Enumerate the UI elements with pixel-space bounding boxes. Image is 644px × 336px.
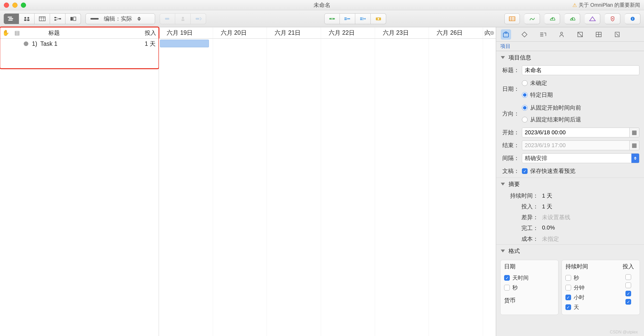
summary-section-header[interactable]: 摘要	[496, 178, 644, 190]
document-label: 文稿：	[501, 167, 519, 175]
task-index: 1)	[32, 40, 37, 47]
date-format-box: 日期 ✓天时间 秒 货币	[500, 260, 558, 315]
daytime-checkbox[interactable]: ✓天时间	[504, 273, 555, 283]
change-tracking-button[interactable]	[585, 13, 600, 24]
task-inspector-tab[interactable]	[538, 29, 548, 40]
styles-view-button[interactable]	[65, 13, 81, 24]
zoom-out-icon[interactable]: ⊖	[484, 30, 489, 36]
resource-inspector-tab[interactable]	[556, 29, 567, 40]
sync-button[interactable]	[565, 13, 580, 24]
gantt-body[interactable]	[159, 39, 496, 336]
svg-rect-21	[196, 18, 199, 20]
custom-data-inspector-tab[interactable]	[594, 29, 604, 40]
task-rows: 1) Task 1 1 天	[0, 39, 159, 336]
format-section-header[interactable]: 格式	[496, 244, 644, 257]
view-mode-group	[4, 13, 81, 24]
svg-rect-30	[360, 19, 362, 20]
direction-backward-radio[interactable]: 从固定结束时间后退	[522, 115, 581, 125]
gantt-day-header[interactable]: 六月 19日	[159, 27, 213, 38]
effort-column-header[interactable]: 投入	[135, 29, 159, 37]
toolbar: 编辑：实际 i	[0, 10, 644, 27]
add-task-button[interactable]	[160, 13, 175, 24]
level-button[interactable]	[324, 13, 340, 24]
svg-point-3	[24, 17, 26, 19]
end-calendar-button[interactable]: ▦	[630, 140, 639, 150]
gantt-day-header[interactable]: 六月 22日	[321, 27, 375, 38]
reschedule-button[interactable]	[340, 13, 355, 24]
edit-mode-control[interactable]: 编辑：实际	[86, 13, 155, 24]
gantt-task-bar[interactable]	[160, 40, 209, 47]
effort-min-check[interactable]	[625, 281, 631, 289]
end-label: 结束：	[501, 142, 519, 149]
task-bullet-icon	[24, 41, 28, 46]
gantt-day-header[interactable]: 六月 26日	[429, 27, 483, 38]
traffic-lights	[4, 3, 26, 8]
calendar-view-button[interactable]	[35, 13, 50, 24]
gantt-pane: 六月 19日 六月 20日 六月 21日 六月 22日 六月 23日 六月 26…	[159, 27, 496, 336]
outline-pane: ✋ ▤ 标题 投入 1) Task 1 1 天	[0, 27, 159, 336]
project-info-section-header[interactable]: 项目信息	[496, 51, 644, 64]
task-row[interactable]: 1) Task 1 1 天	[0, 39, 159, 49]
start-date-input[interactable]	[522, 128, 630, 137]
minimize-window-button[interactable]	[12, 3, 18, 8]
svg-rect-12	[54, 19, 56, 21]
network-view-button[interactable]	[50, 13, 65, 24]
milestones-inspector-tab[interactable]	[519, 29, 530, 40]
date-specific-radio[interactable]: 特定日期	[522, 90, 553, 100]
svg-rect-5	[24, 19, 26, 21]
unit-hour-row[interactable]: ✓小时	[565, 293, 621, 302]
gantt-day-header[interactable]: 六月 20日	[213, 27, 267, 38]
gantt-day-header[interactable]: 六月 23日	[375, 27, 429, 38]
seconds-checkbox[interactable]: 秒	[504, 283, 555, 293]
end-row: 结束： ▦	[496, 139, 644, 152]
news-notice[interactable]: ⚠ 关于 OmniPlan 的重要新闻	[572, 2, 640, 8]
end-date-input	[522, 140, 630, 150]
direction-forward-radio[interactable]: 从固定开始时间向前	[522, 103, 581, 113]
title-column-header[interactable]: 标题	[23, 29, 135, 37]
effort-sec-check[interactable]	[625, 273, 631, 281]
zoom-window-button[interactable]	[21, 3, 26, 8]
title-input[interactable]	[522, 65, 639, 75]
add-milestone-button[interactable]	[191, 13, 206, 24]
interval-row: 间隔： 精确安排	[496, 152, 644, 165]
gantt-grid	[159, 39, 496, 336]
gantt-day-header[interactable]: 六月 21日	[267, 27, 321, 38]
svg-rect-7	[39, 16, 45, 21]
unit-sec-row[interactable]: 秒	[565, 273, 621, 283]
snapshot-button[interactable]	[371, 13, 386, 24]
publish-button[interactable]	[545, 13, 560, 24]
date-undetermined-radio[interactable]: 未确定	[522, 78, 553, 88]
start-calendar-button[interactable]: ▦	[630, 128, 639, 137]
svg-text:i: i	[632, 17, 633, 21]
unit-min-row[interactable]: 分钟	[565, 283, 621, 293]
resources-view-button[interactable]	[19, 13, 35, 24]
gantt-view-button[interactable]	[4, 13, 19, 24]
close-window-button[interactable]	[4, 3, 9, 8]
unit-day-row[interactable]: ✓天	[565, 302, 621, 312]
reports-button[interactable]	[504, 13, 520, 24]
project-inspector-tab[interactable]	[501, 29, 511, 40]
effort-day-check[interactable]: ✓	[625, 298, 631, 306]
violations-button[interactable]	[605, 13, 620, 24]
interval-label: 间隔：	[501, 154, 519, 162]
notes-column-icon: ▤	[11, 30, 23, 36]
svg-rect-1	[9, 18, 13, 19]
simulations-button[interactable]	[524, 13, 540, 24]
styles-inspector-tab[interactable]	[575, 29, 585, 40]
inspector-panel: 项目 项目信息 标题： 日期： 未确定 特定日期 方向： 从固定开始时间向前 从…	[496, 27, 644, 336]
info-button[interactable]: i	[625, 13, 640, 24]
save-quicklook-checkbox[interactable]: ✓保存快速查看预览	[522, 166, 575, 176]
date-row: 日期： 未确定 特定日期	[496, 77, 644, 101]
add-resource-button[interactable]	[175, 13, 191, 24]
summary-variance-value: 未设置基线	[542, 214, 570, 221]
zoom-in-icon[interactable]: ⊕	[490, 30, 494, 36]
zoom-controls[interactable]: ⊖ ⊕	[484, 30, 494, 36]
interval-select[interactable]: 精确安排	[522, 153, 639, 163]
catchup-button[interactable]	[355, 13, 371, 24]
attachments-inspector-tab[interactable]	[612, 29, 622, 40]
svg-point-23	[332, 18, 333, 19]
start-label: 开始：	[501, 129, 519, 136]
currency-format-title: 货币	[504, 297, 555, 304]
effort-hour-check[interactable]: ✓	[625, 289, 631, 298]
summary-complete-label: 完工：	[501, 224, 542, 232]
